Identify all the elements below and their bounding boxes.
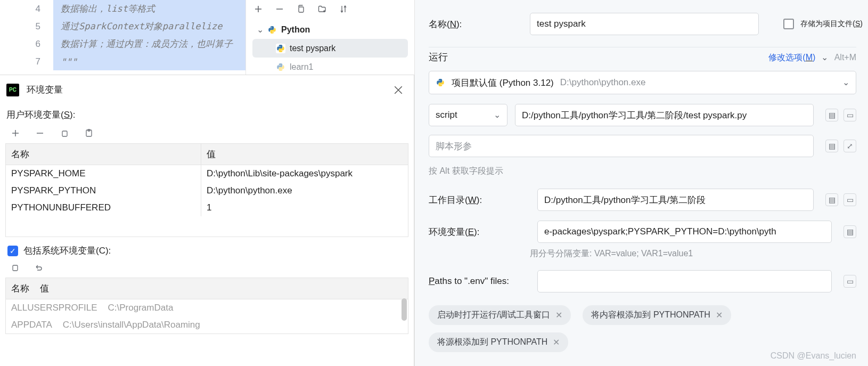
line-number: 4 (0, 4, 53, 14)
tree-item-label: learn1 (290, 62, 313, 72)
alt-hint: 按 Alt 获取字段提示 (429, 166, 863, 177)
script-path-input[interactable]: D:/python工具/python学习工具/第二阶段/test pyspark… (515, 104, 814, 126)
user-vars-label: 用户环境变量(S): (0, 104, 414, 126)
copy-icon[interactable] (296, 4, 306, 14)
modify-options-link[interactable]: 修改选项(M) (768, 53, 828, 62)
editor-line: 7 """ (0, 53, 245, 70)
col-value[interactable]: 值 (201, 144, 408, 165)
scrollbar[interactable] (402, 298, 407, 321)
watermark: CSDN @Evans_lucien (771, 351, 856, 361)
expand-icon[interactable]: ⤢ (844, 140, 856, 152)
chevron-down-icon (490, 110, 501, 120)
table-row[interactable]: PYSPARK_PYTHON D:\python\python.exe (6, 182, 408, 199)
code-text: 通过SparkContext对象parallelize (53, 18, 245, 35)
option-pill[interactable]: 将内容根添加到 PYTHONPATH ✕ (583, 305, 731, 325)
section-run: 运行 (429, 51, 448, 63)
chevron-down-icon (839, 77, 849, 88)
tree-item-test-pyspark[interactable]: test pyspark (252, 39, 408, 58)
remove-icon[interactable] (35, 128, 45, 138)
svg-rect-4 (13, 265, 18, 271)
run-config-form: 名称(N): test pyspark 存储为项目文件(S) 运行 修改选项(M… (414, 0, 868, 366)
paths-input[interactable] (537, 270, 832, 292)
python-icon (276, 44, 285, 53)
line-number: 7 (0, 56, 53, 67)
sys-vars-toolbar (0, 263, 414, 278)
save-as-file-checkbox[interactable] (783, 19, 794, 29)
inline-expand-icon[interactable]: ▤ (844, 225, 856, 238)
undo-icon[interactable] (34, 263, 43, 273)
copy-icon[interactable] (11, 263, 19, 273)
name-input[interactable]: test pyspark (530, 13, 759, 35)
save-as-file-label: 存储为项目文件(S) (800, 19, 863, 29)
python-icon (436, 78, 445, 87)
add-icon[interactable] (11, 128, 20, 138)
code-text: """ (53, 53, 245, 70)
add-icon[interactable] (253, 4, 263, 14)
python-icon (276, 62, 285, 72)
code-text: 数据输出，list等格式 (53, 0, 245, 18)
script-type-select[interactable]: script (429, 104, 507, 126)
copy-icon[interactable] (60, 128, 69, 138)
envvar-hint: 用分号分隔变量: VAR=value; VAR1=value1 (530, 248, 863, 259)
modify-options-shortcut: Alt+M (834, 53, 856, 62)
close-icon[interactable] (394, 85, 403, 95)
interpreter-path: D:\python\python.exe (560, 77, 646, 88)
inline-expand-icon[interactable]: ▤ (825, 140, 838, 152)
editor-line: 6 数据计算；通过内置：成员方法，也叫算子 (0, 35, 245, 53)
chevron-down-icon: ⌄ (257, 25, 263, 35)
include-system-label: 包括系统环境变量(C): (23, 245, 111, 257)
close-icon[interactable]: ✕ (716, 310, 723, 320)
table-row[interactable]: ALLUSERSPROFILE C:\ProgramData (6, 299, 408, 316)
interpreter-select[interactable]: 项目默认值 (Python 3.12) D:\python\python.exe (429, 71, 856, 94)
tree-item-label: test pyspark (290, 44, 335, 53)
interpreter-name: 项目默认值 (Python 3.12) (452, 77, 554, 89)
inline-expand-icon[interactable]: ▤ (825, 193, 838, 206)
code-text: 数据计算；通过内置：成员方法，也叫算子 (53, 35, 245, 53)
remove-icon[interactable] (275, 4, 284, 14)
envvar-input[interactable]: e-packages\pyspark;PYSPARK_PYTHON=D:\pyt… (537, 221, 832, 243)
col-value[interactable]: 值 (35, 278, 54, 299)
svg-rect-0 (299, 7, 304, 12)
table-row[interactable]: APPDATA C:\Users\install\AppData\Roaming (6, 316, 408, 334)
tree-toolbar (246, 0, 414, 18)
sort-icon[interactable] (339, 4, 348, 14)
tree-group-python[interactable]: ⌄ Python (246, 20, 414, 39)
user-vars-toolbar (0, 126, 414, 143)
browse-icon[interactable]: ▭ (844, 193, 856, 206)
run-config-tree: ⌄ Python test pyspark learn1 (245, 0, 414, 75)
option-pill[interactable]: 将源根添加到 PYTHONPATH ✕ (429, 332, 568, 352)
script-params-input[interactable]: 脚本形参 (429, 135, 814, 157)
paths-label: Paths to ".env" files: (429, 276, 530, 287)
user-vars-table: 名称 值 PYSPARK_HOME D:\python\Lib\site-pac… (5, 143, 408, 237)
workdir-input[interactable]: D:/python工具/python学习工具/第二阶段 (537, 189, 814, 211)
close-icon[interactable]: ✕ (555, 310, 562, 320)
table-row[interactable]: PYTHONUNBUFFERED 1 (6, 199, 408, 216)
line-number: 5 (0, 21, 53, 32)
pycharm-icon: PC (6, 84, 19, 96)
editor-preview: 4 数据输出，list等格式 5 通过SparkContext对象paralle… (0, 0, 245, 75)
sys-vars-table: 名称 值 ALLUSERSPROFILE C:\ProgramData APPD… (5, 278, 408, 334)
dialog-title: 环境变量 (27, 84, 63, 96)
col-name[interactable]: 名称 (6, 278, 35, 299)
folder-add-icon[interactable] (317, 4, 327, 14)
paste-icon[interactable] (84, 128, 94, 138)
env-vars-dialog: PC 环境变量 用户环境变量(S): 名称 值 PYSPARK_HOME D:\… (0, 75, 414, 366)
tree-item-learn1[interactable]: learn1 (246, 58, 414, 76)
editor-line: 4 数据输出，list等格式 (0, 0, 245, 18)
line-number: 6 (0, 39, 53, 50)
name-label: 名称(N): (429, 18, 530, 30)
checkbox-checked-icon: ✓ (7, 246, 18, 256)
col-name[interactable]: 名称 (6, 144, 201, 165)
option-pills: 启动时打开运行/调试工具窗口 ✕ 将内容根添加到 PYTHONPATH ✕ (429, 305, 863, 325)
table-row[interactable]: PYSPARK_HOME D:\python\Lib\site-packages… (6, 165, 408, 182)
include-system-checkbox[interactable]: ✓ 包括系统环境变量(C): (0, 237, 414, 263)
tree-group-label: Python (281, 25, 310, 35)
editor-line: 5 通过SparkContext对象parallelize (0, 18, 245, 35)
close-icon[interactable]: ✕ (553, 337, 560, 347)
option-pill[interactable]: 启动时打开运行/调试工具窗口 ✕ (429, 305, 571, 325)
inline-expand-icon[interactable]: ▤ (825, 109, 838, 121)
browse-icon[interactable]: ▭ (844, 109, 856, 121)
svg-rect-1 (62, 131, 67, 136)
workdir-label: 工作目录(W): (429, 194, 530, 206)
browse-icon[interactable]: ▭ (844, 275, 856, 288)
